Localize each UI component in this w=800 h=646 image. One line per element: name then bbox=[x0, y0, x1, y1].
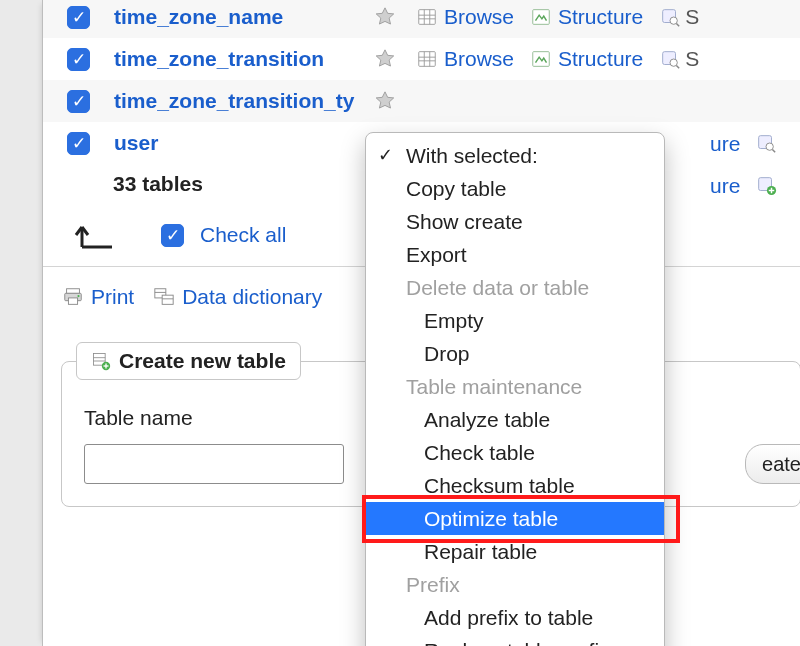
table-name-link[interactable]: user bbox=[114, 131, 374, 155]
menu-with-selected[interactable]: ✓ With selected: bbox=[366, 139, 664, 172]
menu-drop[interactable]: Drop bbox=[366, 337, 664, 370]
structure-icon bbox=[530, 48, 552, 70]
menu-copy-table[interactable]: Copy table bbox=[366, 172, 664, 205]
printer-icon bbox=[61, 286, 85, 308]
create-title-text: Create new table bbox=[119, 349, 286, 373]
svg-line-17 bbox=[677, 23, 680, 26]
menu-empty[interactable]: Empty bbox=[366, 304, 664, 337]
table-row: ✓ time_zone_name Browse Structure bbox=[43, 0, 800, 38]
structure-icon bbox=[530, 6, 552, 28]
structure-peek[interactable]: ure bbox=[710, 174, 740, 198]
table-name-link[interactable]: time_zone_transition bbox=[114, 47, 374, 71]
search-initial: S bbox=[685, 5, 699, 29]
favorite-star-icon[interactable] bbox=[374, 90, 396, 112]
table-row: ✓ time_zone_transition Browse Structure bbox=[43, 38, 800, 80]
table-name-link[interactable]: time_zone_transition_ty bbox=[114, 89, 374, 113]
insert-icon[interactable] bbox=[755, 174, 777, 196]
browse-link[interactable]: Browse bbox=[416, 47, 514, 71]
menu-add-prefix[interactable]: Add prefix to table bbox=[366, 601, 664, 634]
row-checkbox[interactable]: ✓ bbox=[67, 48, 90, 71]
svg-line-43 bbox=[772, 149, 775, 152]
check-all-label[interactable]: Check all bbox=[200, 223, 286, 247]
check-all-checkbox[interactable]: ✓ bbox=[161, 224, 184, 247]
favorite-star-icon[interactable] bbox=[374, 48, 396, 70]
table-name-label: Table name bbox=[84, 406, 344, 430]
table-icon bbox=[416, 48, 438, 70]
summary-text: 33 tables bbox=[113, 172, 203, 196]
svg-rect-18 bbox=[419, 52, 436, 67]
menu-head-delete: Delete data or table bbox=[366, 271, 664, 304]
select-arrow-icon bbox=[43, 215, 161, 255]
menu-export[interactable]: Export bbox=[366, 238, 664, 271]
check-icon: ✓ bbox=[378, 144, 393, 166]
create-button-label: eate bbox=[762, 453, 800, 476]
svg-rect-9 bbox=[419, 10, 436, 25]
favorite-star-icon[interactable] bbox=[374, 6, 396, 28]
menu-analyze[interactable]: Analyze table bbox=[366, 403, 664, 436]
structure-peek[interactable]: ure bbox=[710, 132, 740, 156]
search-icon bbox=[659, 6, 681, 28]
with-selected-menu[interactable]: ✓ With selected: Copy table Show create … bbox=[365, 132, 665, 646]
structure-label: Structure bbox=[558, 5, 643, 29]
new-table-icon bbox=[91, 351, 111, 371]
table-name-input[interactable] bbox=[84, 444, 344, 484]
menu-check[interactable]: Check table bbox=[366, 436, 664, 469]
svg-line-26 bbox=[677, 65, 680, 68]
create-table-title: Create new table bbox=[76, 342, 301, 380]
create-button[interactable]: eate bbox=[745, 444, 800, 484]
menu-optimize[interactable]: Optimize table bbox=[366, 502, 664, 535]
search-icon[interactable] bbox=[755, 132, 777, 154]
browse-label: Browse bbox=[444, 47, 514, 71]
search-link[interactable]: S bbox=[659, 47, 699, 71]
search-link[interactable]: S bbox=[659, 5, 699, 29]
structure-link[interactable]: Structure bbox=[530, 47, 643, 71]
svg-point-30 bbox=[77, 295, 79, 297]
svg-rect-29 bbox=[68, 298, 77, 304]
row-checkbox[interactable]: ✓ bbox=[67, 90, 90, 113]
svg-point-25 bbox=[670, 59, 677, 66]
row-checkbox[interactable]: ✓ bbox=[67, 132, 90, 155]
svg-point-42 bbox=[766, 143, 773, 150]
row-checkbox[interactable]: ✓ bbox=[67, 6, 90, 29]
menu-replace-prefix[interactable]: Replace table prefix bbox=[366, 634, 664, 646]
menu-head-maintenance: Table maintenance bbox=[366, 370, 664, 403]
browse-label: Browse bbox=[444, 5, 514, 29]
search-icon bbox=[659, 48, 681, 70]
data-dictionary-label: Data dictionary bbox=[182, 285, 322, 309]
menu-head-prefix: Prefix bbox=[366, 568, 664, 601]
search-initial: S bbox=[685, 47, 699, 71]
table-name-link[interactable]: time_zone_name bbox=[114, 5, 374, 29]
print-label: Print bbox=[91, 285, 134, 309]
menu-repair[interactable]: Repair table bbox=[366, 535, 664, 568]
table-icon bbox=[416, 6, 438, 28]
svg-point-16 bbox=[670, 17, 677, 24]
structure-label: Structure bbox=[558, 47, 643, 71]
svg-rect-27 bbox=[67, 289, 80, 294]
svg-rect-32 bbox=[162, 295, 173, 304]
menu-checksum[interactable]: Checksum table bbox=[366, 469, 664, 502]
menu-show-create[interactable]: Show create bbox=[366, 205, 664, 238]
app-canvas: ✓ time_zone_leap_second Browse Structure bbox=[0, 0, 800, 646]
table-row: ✓ time_zone_transition_ty bbox=[43, 80, 800, 122]
structure-link[interactable]: Structure bbox=[530, 5, 643, 29]
print-link[interactable]: Print bbox=[61, 285, 134, 309]
data-dictionary-link[interactable]: Data dictionary bbox=[152, 285, 322, 309]
browse-link[interactable]: Browse bbox=[416, 5, 514, 29]
table-multi-icon bbox=[152, 286, 176, 308]
